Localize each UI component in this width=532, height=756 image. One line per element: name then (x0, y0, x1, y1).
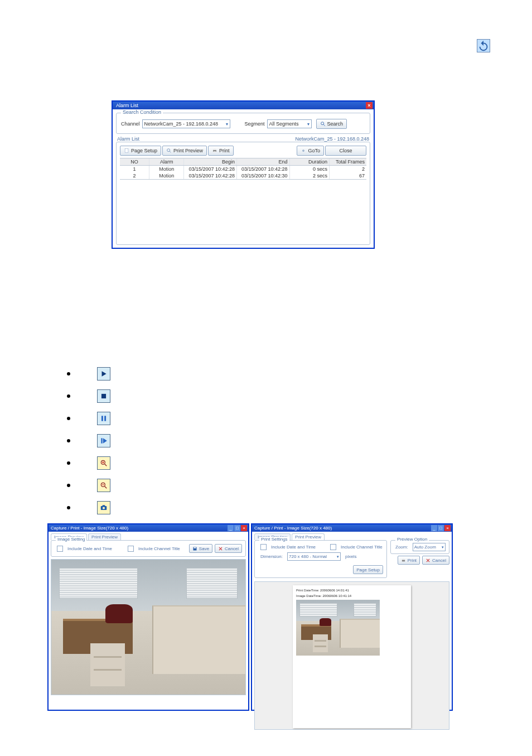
goto-button[interactable]: GoTo (297, 146, 324, 156)
alarm-list-legend: Alarm List (117, 136, 139, 142)
printer-icon (212, 148, 217, 153)
col-alarm: Alarm (149, 158, 184, 165)
print-preview-page: Print DateTime: 20060606 14:01:41 Image … (293, 585, 411, 728)
table-row[interactable]: 1 Motion 03/15/2007 10:42:28 03/15/2007 … (120, 166, 366, 172)
svg-rect-11 (104, 416, 106, 421)
list-item (67, 452, 212, 474)
tab-print-preview[interactable]: Print Preview (88, 533, 121, 540)
svg-point-0 (321, 122, 323, 125)
close-icon[interactable]: × (444, 525, 451, 531)
zoom-select[interactable]: Auto Zoom▾ (413, 543, 446, 551)
include-title-label: Include Channel Title (138, 546, 180, 551)
close-button[interactable]: Close (325, 146, 366, 156)
svg-point-3 (167, 149, 170, 152)
page-setup-button[interactable]: Page Setup (120, 146, 161, 156)
cancel-icon (218, 546, 223, 551)
svg-rect-25 (194, 547, 196, 548)
svg-rect-12 (101, 438, 102, 443)
channel-label: Channel (121, 121, 140, 127)
page-icon (124, 148, 129, 153)
capture-window-print-preview: Capture / Print - Image Size(720 x 480) … (251, 523, 453, 711)
print-preview-pane: Print DateTime: 20060606 14:01:41 Image … (254, 581, 449, 730)
svg-rect-2 (125, 148, 128, 153)
maximize-icon[interactable]: □ (234, 525, 240, 531)
dimension-select[interactable]: 720 x 480 - Normal▾ (287, 552, 341, 561)
include-date-label: Include Date and Time (271, 545, 316, 550)
capture2-titlebar: Capture / Print - Image Size(720 x 480) … (252, 524, 452, 532)
segment-value: All Segments (269, 121, 299, 127)
snapshot-icon[interactable] (97, 501, 110, 514)
save-icon (192, 546, 197, 551)
capture2-title: Capture / Print - Image Size(720 x 480) (254, 526, 332, 531)
col-total-frames: Total Frames (330, 158, 366, 165)
alarm-list-title: Alarm List (116, 103, 138, 108)
include-title-label: Include Channel Title (341, 545, 383, 550)
svg-rect-23 (103, 505, 105, 506)
list-item (67, 474, 212, 497)
page-setup-button[interactable]: Page Setup (353, 565, 383, 574)
image-preview-pane (51, 559, 246, 695)
printer-icon (401, 558, 406, 563)
svg-line-1 (323, 124, 325, 126)
alarm-list-channel: NetworkCam_25 - 192.168.0.248 (295, 136, 369, 142)
tab-print-preview[interactable]: Print Preview (292, 533, 325, 540)
svg-marker-8 (102, 371, 107, 376)
bullet-icon (67, 506, 70, 509)
col-begin: Begin (184, 158, 237, 165)
link-icon (301, 148, 306, 153)
cancel-button[interactable]: Cancel (215, 544, 242, 553)
list-item (67, 407, 212, 430)
channel-value: NetworkCam_25 - 192.168.0.248 (144, 121, 219, 127)
alarm-list-titlebar: Alarm List × (113, 102, 374, 109)
print-settings-group: Print Settings Include Date and Time Inc… (254, 540, 387, 578)
include-date-checkbox[interactable] (260, 544, 267, 550)
svg-rect-7 (214, 151, 216, 152)
channel-select[interactable]: NetworkCam_25 - 192.168.0.248 ▾ (142, 119, 230, 128)
bullet-icon (67, 417, 70, 420)
include-title-checkbox[interactable] (128, 546, 134, 552)
step-icon[interactable] (97, 434, 110, 447)
svg-rect-9 (101, 394, 106, 398)
refresh-icon (477, 39, 490, 52)
cancel-button[interactable]: Cancel (422, 556, 449, 565)
preview-option-legend: Preview Option (395, 537, 429, 542)
preview-option-group: Preview Option Zoom: Auto Zoom▾ (390, 540, 449, 554)
print-button[interactable]: Print (208, 146, 234, 156)
list-item (67, 363, 212, 385)
chevron-down-icon: ▾ (226, 122, 228, 127)
col-duration: Duration (290, 158, 330, 165)
play-icon[interactable] (97, 367, 110, 381)
include-title-checkbox[interactable] (330, 544, 336, 550)
image-setting-group: Image Setting Include Date and Time Incl… (51, 540, 246, 557)
stop-icon[interactable] (97, 389, 110, 403)
segment-select[interactable]: All Segments ▾ (267, 119, 312, 128)
magnifier-icon (166, 148, 172, 153)
minimize-icon[interactable]: _ (228, 525, 234, 531)
bullet-icon (67, 394, 70, 398)
print-meta-line2: Image DateTime: 20060606 10:41:14 (296, 594, 408, 598)
alarm-table-header: NO Alarm Begin End Duration Total Frames (120, 158, 366, 166)
search-button[interactable]: Search (316, 119, 347, 129)
capture-window-image-preview: Capture / Print - Image Size(720 x 480) … (47, 523, 249, 711)
dimension-label: Dimension: (260, 554, 283, 559)
col-no: NO (120, 158, 149, 165)
table-row[interactable]: 2 Motion 03/15/2007 10:42:28 03/15/2007 … (120, 172, 366, 179)
print-button[interactable]: Print (398, 556, 420, 565)
search-icon (320, 121, 326, 127)
bullet-icon (67, 372, 70, 375)
close-icon[interactable]: × (366, 102, 373, 109)
svg-rect-29 (402, 558, 404, 560)
svg-marker-13 (103, 438, 107, 443)
zoom-out-icon[interactable] (97, 479, 110, 492)
playback-icon-list (67, 363, 212, 519)
include-date-checkbox[interactable] (57, 546, 63, 552)
pause-icon[interactable] (97, 412, 110, 425)
close-icon[interactable]: × (241, 525, 247, 531)
print-preview-button[interactable]: Print Preview (162, 146, 207, 156)
include-date-label: Include Date and Time (67, 546, 112, 551)
maximize-icon[interactable]: □ (438, 525, 444, 531)
alarm-list-window: Alarm List × Search Condition Channel Ne… (112, 100, 375, 249)
save-button[interactable]: Save (189, 544, 212, 553)
zoom-in-icon[interactable] (97, 456, 110, 470)
minimize-icon[interactable]: _ (431, 525, 437, 531)
